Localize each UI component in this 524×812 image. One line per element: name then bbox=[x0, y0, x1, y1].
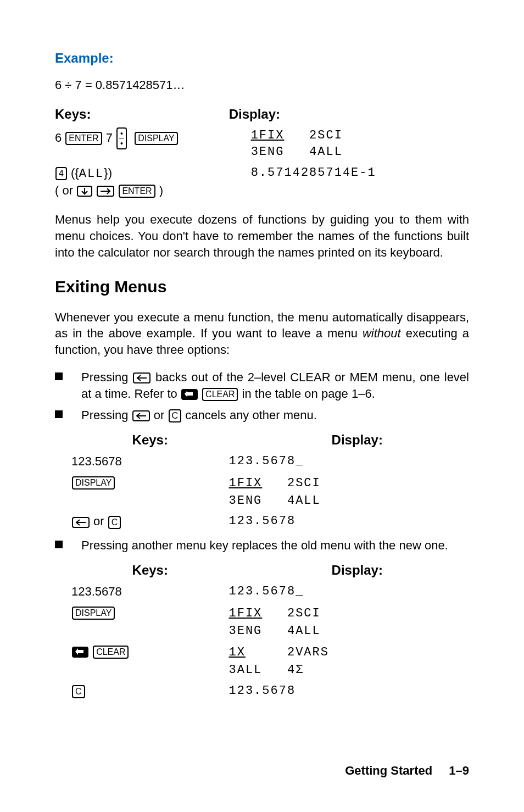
keys-header: Keys: bbox=[55, 103, 229, 125]
t3-3all: 3ALL bbox=[229, 663, 263, 677]
page-footer: Getting Started 1–9 bbox=[345, 763, 469, 779]
b1-text-c: in the table on page 1–6. bbox=[238, 387, 375, 401]
result-value: 8.5714285714E-1 bbox=[229, 165, 469, 181]
disp-t2-r3: 123.5678 bbox=[229, 511, 486, 532]
t3-2vars: 2VARS bbox=[287, 646, 329, 659]
c-key-3: C bbox=[72, 685, 85, 698]
t3-1fix: 1FIX bbox=[229, 607, 263, 620]
display-header-2: Display: bbox=[229, 429, 486, 451]
down-arrow-key bbox=[77, 186, 92, 197]
t3-4sigma: 4Σ bbox=[287, 663, 304, 677]
exiting-intro-paragraph: Whenever you execute a menu function, th… bbox=[55, 309, 469, 358]
display-key-2: DISPLAY bbox=[72, 476, 115, 490]
disp-t3-r1: 123.5678_ bbox=[229, 581, 486, 602]
back-arrow-key-icon-2 bbox=[132, 410, 150, 421]
para2-italic: without bbox=[363, 326, 401, 340]
t2-4all: 4ALL bbox=[287, 494, 321, 508]
t3-1x: 1X bbox=[229, 646, 246, 659]
clear-key-2: CLEAR bbox=[93, 646, 129, 659]
text-or-open: ( or bbox=[55, 183, 76, 197]
divide-key: •• bbox=[116, 127, 127, 149]
disp-t3-r4: 123.5678 bbox=[229, 681, 486, 702]
t3-3eng: 3ENG bbox=[229, 624, 263, 638]
display-header-3: Display: bbox=[229, 559, 486, 581]
b2-text-b: cancels any other menu. bbox=[182, 408, 317, 422]
clear-key: CLEAR bbox=[202, 388, 238, 401]
keys-header-3: Keys: bbox=[71, 559, 229, 581]
b2-or: or bbox=[150, 408, 168, 422]
disp-t3-r3: 1X 2VARS 3ALL 4Σ bbox=[229, 641, 486, 680]
t2-1fix: 1FIX bbox=[229, 476, 263, 490]
back-arrow-key-icon-3 bbox=[72, 517, 90, 528]
t2-or: or bbox=[90, 514, 108, 528]
display-header: Display: bbox=[229, 103, 469, 125]
right-arrow-key bbox=[97, 186, 114, 197]
disp-t2-r2: 1FIX 2SCI 3ENG 4ALL bbox=[229, 472, 486, 511]
keys-display-table-1: Keys: Display: 6 ENTER 7 •• DISPLAY 1FIX… bbox=[55, 103, 469, 201]
text-all-open: ({ bbox=[68, 166, 79, 180]
t3-2sci: 2SCI bbox=[287, 607, 321, 620]
keys-t2-r2: DISPLAY bbox=[71, 472, 229, 511]
keys-header-2: Keys: bbox=[71, 429, 229, 451]
footer-page-number: 1–9 bbox=[449, 764, 469, 777]
text-6: 6 bbox=[55, 131, 65, 144]
display-key-3: DISPLAY bbox=[72, 607, 115, 620]
keys-row-2: 4 ({ALL}) ( or ENTER ) bbox=[55, 163, 229, 201]
display-key: DISPLAY bbox=[135, 132, 177, 145]
shift-key-icon bbox=[181, 389, 198, 400]
disp-t2-r1: 123.5678_ bbox=[229, 451, 486, 472]
options-list: Pressing backs out of the 2–level CLEAR … bbox=[55, 369, 469, 424]
text-7: 7 bbox=[103, 131, 116, 144]
keys-t2-r1: 123.5678 bbox=[71, 451, 229, 472]
four-key: 4 bbox=[55, 167, 67, 180]
menu-3eng: 3ENG bbox=[251, 145, 285, 159]
t2-3eng: 3ENG bbox=[229, 494, 263, 508]
keys-t3-r1: 123.5678 bbox=[71, 581, 229, 602]
menu-explanation-paragraph: Menus help you execute dozens of functio… bbox=[55, 212, 469, 260]
menu-4all: 4ALL bbox=[309, 145, 343, 159]
back-arrow-key-icon bbox=[133, 372, 150, 383]
menu-1fix: 1FIX bbox=[251, 129, 285, 142]
c-key-2: C bbox=[108, 516, 121, 529]
disp-t3-r2: 1FIX 2SCI 3ENG 4ALL bbox=[229, 602, 486, 641]
b2-text-a: Pressing bbox=[81, 408, 132, 422]
menu-2sci: 2SCI bbox=[309, 129, 343, 142]
keys-t3-r4: C bbox=[71, 681, 229, 702]
bullet-3: Pressing another menu key replaces the o… bbox=[55, 537, 469, 554]
display-row-2: 8.5714285714E-1 bbox=[229, 163, 469, 201]
display-row-1: 1FIX 2SCI 3ENG 4ALL bbox=[229, 125, 469, 162]
example-heading: Example: bbox=[55, 49, 469, 67]
text-all: ALL bbox=[79, 167, 104, 181]
c-key: C bbox=[169, 409, 182, 422]
exiting-menus-heading: Exiting Menus bbox=[55, 276, 469, 298]
t3-4all: 4ALL bbox=[287, 624, 321, 638]
keys-t2-r3: or C bbox=[71, 511, 229, 532]
options-list-2: Pressing another menu key replaces the o… bbox=[55, 537, 469, 554]
text-or-close: ) bbox=[156, 183, 163, 197]
b1-text-a: Pressing bbox=[81, 370, 132, 384]
keys-t3-r3: CLEAR bbox=[71, 641, 229, 680]
enter-key-2: ENTER bbox=[119, 185, 155, 198]
keys-display-table-3: Keys: Display: 123.5678 123.5678_ DISPLA… bbox=[71, 559, 486, 702]
bullet-1: Pressing backs out of the 2–level CLEAR … bbox=[55, 369, 469, 402]
footer-section: Getting Started bbox=[345, 764, 432, 777]
keys-display-table-2: Keys: Display: 123.5678 123.5678_ DISPLA… bbox=[71, 429, 486, 532]
example-equation: 6 ÷ 7 = 0.8571428571… bbox=[55, 77, 469, 93]
keys-t3-r2: DISPLAY bbox=[71, 602, 229, 641]
t2-2sci: 2SCI bbox=[287, 476, 321, 490]
bullet-2: Pressing or C cancels any other menu. bbox=[55, 407, 469, 424]
text-all-close: }) bbox=[104, 166, 112, 180]
enter-key: ENTER bbox=[65, 132, 102, 145]
shift-key-icon-2 bbox=[72, 647, 88, 658]
keys-row-1: 6 ENTER 7 •• DISPLAY bbox=[55, 125, 229, 162]
